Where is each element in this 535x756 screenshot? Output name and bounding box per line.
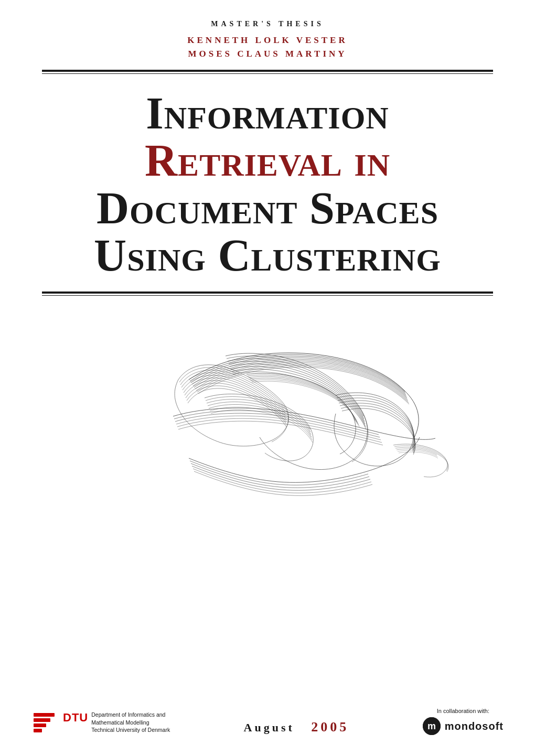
- dtu-desc-line2: Mathematical Modelling: [91, 719, 170, 727]
- title-line4: Using Clustering: [42, 232, 493, 279]
- mondosoft-icon: m: [423, 717, 441, 735]
- author2: MOSES CLAUS MARTINY: [188, 47, 347, 61]
- footer-center: August 2005: [244, 719, 349, 735]
- top-divider: [42, 70, 493, 74]
- date-label: August 2005: [244, 719, 349, 735]
- dtu-description: Department of Informatics and Mathematic…: [91, 711, 170, 734]
- date-month: August: [244, 721, 295, 734]
- svg-rect-1: [34, 718, 50, 722]
- thesis-label: MASTER'S THESIS: [211, 20, 324, 28]
- footer-section: DTU Department of Informatics and Mathem…: [0, 692, 535, 756]
- collab-label: In collaboration with:: [437, 708, 489, 714]
- svg-rect-3: [34, 729, 42, 732]
- title-line3: Document Spaces: [42, 185, 493, 232]
- dtu-desc-line3: Technical University of Denmark: [91, 726, 170, 734]
- title-line2: Retrieval in: [42, 137, 493, 184]
- dtu-desc-line1: Department of Informatics and: [91, 711, 170, 719]
- footer-right: In collaboration with: m mondosoft: [423, 708, 504, 735]
- cover-illustration: [84, 311, 451, 532]
- author-block: KENNETH LOLK VESTER MOSES CLAUS MARTINY: [187, 34, 347, 60]
- mondosoft-block: m mondosoft: [423, 717, 504, 735]
- author1: KENNETH LOLK VESTER: [187, 34, 347, 47]
- title-section: Information Retrieval in Document Spaces…: [42, 74, 493, 284]
- footer-left: DTU Department of Informatics and Mathem…: [31, 710, 170, 735]
- bottom-divider: [42, 291, 493, 296]
- figure-section: [84, 311, 451, 532]
- mondosoft-name: mondosoft: [445, 720, 504, 732]
- svg-text:m: m: [427, 721, 436, 731]
- dtu-acronym: DTU: [63, 711, 88, 725]
- dtu-logo-svg: [31, 710, 57, 735]
- title-line1: Information: [42, 90, 493, 137]
- svg-rect-0: [34, 713, 55, 717]
- date-year: 2005: [311, 719, 349, 735]
- header-section: MASTER'S THESIS KENNETH LOLK VESTER MOSE…: [0, 0, 535, 70]
- page: MASTER'S THESIS KENNETH LOLK VESTER MOSE…: [0, 0, 535, 756]
- svg-rect-2: [34, 723, 46, 727]
- dtu-text-block: DTU Department of Informatics and Mathem…: [63, 711, 170, 734]
